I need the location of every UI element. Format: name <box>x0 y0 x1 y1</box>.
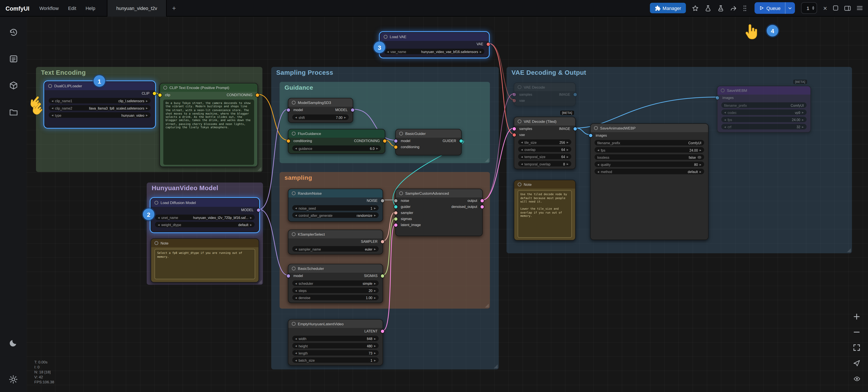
widget-method[interactable]: methoddefault <box>595 169 704 174</box>
widget-temporal-size[interactable]: temporal_size64 <box>518 154 571 159</box>
widget-scheduler[interactable]: schedulersimple <box>292 281 378 286</box>
menu-help[interactable]: Help <box>86 5 95 11</box>
widget-type[interactable]: typehunyuan_video <box>49 112 151 118</box>
manager-button[interactable]: Manager <box>650 3 686 13</box>
queue-button-main[interactable]: Queue <box>755 2 785 14</box>
widget-tile-size[interactable]: tile_size256 <box>518 139 571 145</box>
node-header[interactable]: Load VAE <box>380 33 488 41</box>
node-header[interactable]: BasicGuider <box>396 130 461 138</box>
group-title[interactable]: Text Encoding <box>36 67 262 78</box>
widget-length[interactable]: length73 <box>292 350 378 356</box>
vae-input-port[interactable] <box>513 133 516 136</box>
widget-fps[interactable]: fps24.00 <box>595 147 704 153</box>
node-header[interactable]: ModelSamplingSD3 <box>288 99 352 107</box>
node-vae-decode-bypassed[interactable]: VAE Decode samples IMAGE vae <box>514 82 576 106</box>
widget-noise-seed[interactable]: noise_seed1 <box>292 205 378 211</box>
node-header[interactable]: Note <box>514 180 575 188</box>
widget-filename-prefix[interactable]: filename_prefixComfyUI <box>595 140 704 145</box>
widget-steps[interactable]: steps20 <box>292 288 378 293</box>
theme-moon-icon[interactable] <box>8 338 18 348</box>
node-note-model[interactable]: Note Select a fp8 weight_dtype if you ar… <box>151 238 259 283</box>
conditioning-input-port[interactable] <box>394 145 397 149</box>
node-header[interactable]: EmptyHunyuanLatentVideo <box>288 320 382 328</box>
flask-icon[interactable] <box>718 5 724 11</box>
noise-input-port[interactable] <box>394 199 397 202</box>
samples-input-port[interactable] <box>513 127 516 130</box>
widget-shift[interactable]: shift7.00 <box>292 115 349 120</box>
node-fluxguidance[interactable]: FluxGuidance conditioning CONDITIONING g… <box>288 129 385 154</box>
model-input-port[interactable] <box>287 108 290 111</box>
workflow-tab[interactable]: hunyuan_video_t2v <box>107 0 166 16</box>
settings-gear-icon[interactable] <box>8 374 18 384</box>
guider-input-port[interactable] <box>394 205 397 208</box>
widget-batch-size[interactable]: batch_size1 <box>292 357 378 363</box>
node-ksamplerselect[interactable]: KSamplerSelect SAMPLER sampler_nameeuler <box>288 230 383 255</box>
group-title[interactable]: Sampling Process <box>271 67 499 78</box>
app-logo[interactable]: ComfyUI <box>6 5 29 11</box>
node-header[interactable]: Note <box>151 239 258 247</box>
history-icon[interactable] <box>8 27 18 37</box>
group-title[interactable]: sampling <box>280 172 490 183</box>
sigmas-input-port[interactable] <box>394 217 397 220</box>
node-emptyhunyuanlatentvideo[interactable]: EmptyHunyuanLatentVideo LATENT width848 … <box>288 319 383 366</box>
sampler-input-port[interactable] <box>394 211 397 214</box>
group-title[interactable]: VAE Decoding & Output <box>507 67 852 78</box>
samples-input-port[interactable] <box>513 93 516 96</box>
queue-icon[interactable] <box>8 54 18 64</box>
node-samplercustomadvanced[interactable]: SamplerCustomAdvanced noise output guide… <box>395 189 483 236</box>
widget-fps[interactable]: fps24.00 <box>721 117 806 122</box>
queue-button[interactable]: Queue <box>755 2 795 14</box>
node-header[interactable]: FluxGuidance <box>288 130 384 138</box>
widget-sampler-name[interactable]: sampler_nameeuler <box>292 246 378 252</box>
models-icon[interactable] <box>8 80 18 90</box>
node-header[interactable]: SamplerCustomAdvanced <box>396 189 482 197</box>
images-input-port[interactable] <box>589 134 592 137</box>
widget-height[interactable]: height480 <box>292 343 378 349</box>
node-load-diffusion-model[interactable]: Load Diffusion Model MODEL unet_namehuny… <box>151 198 259 232</box>
widget-guidance[interactable]: guidance6.0 <box>292 145 381 151</box>
group-title[interactable]: Guidance <box>280 82 490 93</box>
widget-unet-name[interactable]: unet_namehunyuan_video_t2v_720p_bf16.saf… <box>155 215 255 220</box>
browse-icon[interactable] <box>8 107 18 117</box>
share-icon[interactable] <box>730 5 737 11</box>
widget-temporal-overlap[interactable]: temporal_overlap8 <box>518 161 571 167</box>
widget-overlap[interactable]: overlap64 <box>518 146 571 152</box>
conditioning-input-port[interactable] <box>287 139 290 142</box>
node-savewebm-bypassed[interactable]: SaveWEBM images filename_prefixComfyUI c… <box>717 86 811 133</box>
node-header[interactable]: VAE Decode <box>514 83 575 91</box>
select-mode-button[interactable] <box>852 359 861 367</box>
node-header[interactable]: VAE Decode (Tiled) <box>514 117 575 125</box>
widget-vae-name[interactable]: vae_namehunyuan_video_vae_bf16.safetenso… <box>384 49 484 54</box>
node-vae-decode-tiled[interactable]: VAE Decode (Tiled) samples IMAGE vae til… <box>514 117 576 169</box>
widget-weight-dtype[interactable]: weight_dtypedefault <box>155 222 255 227</box>
queue-dropdown-button[interactable] <box>785 2 795 14</box>
zoom-out-button[interactable] <box>852 328 861 336</box>
stepper-carets[interactable] <box>812 6 814 10</box>
node-header[interactable]: CLIP Text Encode (Positive Prompt) <box>160 84 257 92</box>
images-input-port[interactable] <box>716 96 719 99</box>
batch-count-stepper[interactable]: 1 <box>801 2 817 14</box>
widget-width[interactable]: width848 <box>292 336 378 341</box>
widget-lossless-toggle[interactable]: losslessfalse <box>595 154 704 160</box>
close-icon[interactable]: × <box>823 4 827 12</box>
vae-input-port[interactable] <box>513 99 516 102</box>
group-title[interactable]: HunyuanVideo Model <box>147 183 263 194</box>
prompt-textarea[interactable]: On a busy Tokyo street, the camera desce… <box>163 100 254 165</box>
fit-view-button[interactable] <box>852 344 861 352</box>
flask-icon[interactable] <box>705 5 712 11</box>
node-note-vae[interactable]: Note Use the tiled decode node by defaul… <box>514 180 576 240</box>
widget-clip-name2[interactable]: clip_name2llava_llama3_fp8_scaled.safete… <box>49 105 151 111</box>
latent-image-input-port[interactable] <box>394 223 397 226</box>
favorites-star-icon[interactable] <box>692 5 699 11</box>
toggle-link-visibility-button[interactable] <box>852 374 861 383</box>
node-saveanimatedwebp[interactable]: SaveAnimatedWEBP images filename_prefixC… <box>590 123 708 240</box>
widget-codec[interactable]: codecvp9 <box>721 109 806 115</box>
node-basicscheduler[interactable]: BasicScheduler model SIGMAS schedulersim… <box>288 264 383 303</box>
node-dualcliploader[interactable]: DualCLIPLoader CLIP clip_name1clip_l.saf… <box>44 81 155 128</box>
widget-crf[interactable]: crf32 <box>721 124 806 130</box>
menu-workflow[interactable]: Workflow <box>39 5 59 11</box>
model-input-port[interactable] <box>394 139 397 142</box>
new-workflow-button[interactable]: + <box>172 4 176 12</box>
node-header[interactable]: SaveWEBM <box>717 86 810 94</box>
node-basicguider[interactable]: BasicGuider model GUIDER conditioning <box>395 129 462 156</box>
